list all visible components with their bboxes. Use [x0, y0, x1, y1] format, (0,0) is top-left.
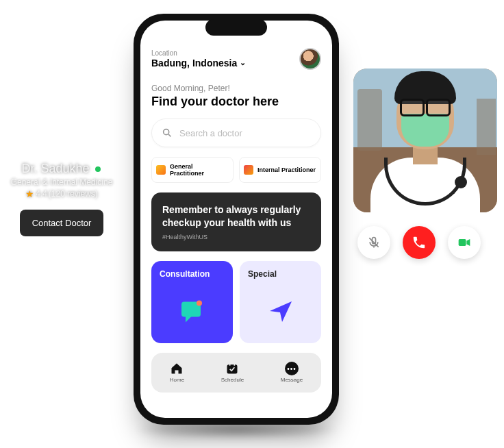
doctor-video-feed	[353, 69, 497, 212]
location-label: Location	[151, 49, 246, 57]
svg-point-0	[164, 129, 169, 135]
location-arrow-icon	[267, 297, 294, 325]
chat-bubble-icon	[177, 297, 207, 327]
mute-button[interactable]	[357, 226, 390, 259]
doctor-specialty: General & Internal Medicine	[0, 177, 123, 187]
doctor-name-row: Dr. Sadukhe	[21, 162, 101, 176]
message-icon: •••	[285, 362, 299, 375]
practitioner-chips: General Practitioner Internal Practition…	[151, 157, 321, 183]
svg-rect-9	[459, 239, 466, 246]
phone-notch	[205, 19, 267, 36]
video-call-panel	[353, 69, 497, 259]
search-icon	[162, 127, 173, 138]
special-label: Special	[248, 269, 313, 279]
tab-schedule-label: Schedule	[221, 377, 244, 383]
svg-marker-3	[186, 316, 192, 323]
hangup-button[interactable]	[403, 226, 436, 259]
doctor-summary-card: Dr. Sadukhe General & Internal Medicine …	[0, 162, 123, 236]
svg-line-1	[168, 134, 171, 136]
svg-rect-6	[227, 364, 238, 373]
bottom-tab-bar: Home Schedule ••• Message	[151, 353, 321, 393]
top-bar: Location Badung, Indonesia ⌄	[151, 48, 321, 70]
contact-doctor-button[interactable]: Contact Doctor	[20, 210, 104, 236]
tab-message-label: Message	[281, 377, 303, 383]
video-toggle-button[interactable]	[448, 226, 481, 259]
video-camera-icon	[457, 236, 471, 249]
special-card[interactable]: Special	[240, 261, 321, 343]
location-block[interactable]: Location Badung, Indonesia ⌄	[151, 49, 246, 69]
user-avatar[interactable]	[299, 48, 321, 70]
doctor-rating: ★ 4.4 (120 reviews)	[25, 188, 98, 199]
call-controls	[353, 226, 497, 259]
online-status-icon	[94, 165, 102, 173]
calendar-check-icon	[225, 362, 239, 375]
service-cards: Consultation Special	[151, 261, 321, 343]
star-icon: ★	[25, 188, 34, 199]
consultation-label: Consultation	[160, 269, 225, 279]
tab-message[interactable]: ••• Message	[281, 362, 303, 383]
tab-home[interactable]: Home	[170, 362, 184, 383]
health-reminder-banner: Remember to always regularly checkup you…	[151, 192, 321, 251]
consultation-card[interactable]: Consultation	[151, 261, 233, 343]
doctor-search-field[interactable]	[151, 119, 321, 147]
svg-point-4	[197, 301, 202, 306]
banner-title: Remember to always regularly checkup you…	[162, 203, 310, 229]
chip-internal-practitioner[interactable]: Internal Practitioner	[239, 157, 321, 183]
phone-frame: Location Badung, Indonesia ⌄ Good Mornin…	[134, 14, 339, 425]
location-value[interactable]: Badung, Indonesia ⌄	[151, 58, 246, 69]
chip-label: General Practitioner	[170, 163, 229, 177]
headline-text: Find your doctor here	[151, 95, 321, 109]
general-practitioner-icon	[156, 165, 166, 175]
svg-marker-5	[270, 301, 292, 322]
banner-hashtag: #HealthyWithUS	[162, 234, 310, 240]
phone-icon	[412, 235, 427, 250]
mic-off-icon	[367, 236, 381, 249]
svg-marker-10	[466, 239, 470, 246]
tab-home-label: Home	[170, 377, 184, 383]
tab-schedule[interactable]: Schedule	[221, 362, 244, 383]
chevron-down-icon: ⌄	[240, 58, 246, 67]
home-icon	[170, 362, 184, 375]
chip-label: Internal Practitioner	[257, 166, 316, 173]
rating-reviews: (120 reviews)	[49, 189, 98, 199]
internal-practitioner-icon	[244, 165, 253, 175]
chip-general-practitioner[interactable]: General Practitioner	[151, 157, 234, 183]
doctor-name: Dr. Sadukhe	[21, 162, 89, 176]
doctor-search-input[interactable]	[179, 128, 311, 138]
app-screen: Location Badung, Indonesia ⌄ Good Mornin…	[140, 21, 332, 418]
greeting-text: Good Morning, Peter!	[151, 84, 321, 93]
location-text: Badung, Indonesia	[151, 58, 237, 69]
rating-value: 4.4	[36, 189, 47, 199]
